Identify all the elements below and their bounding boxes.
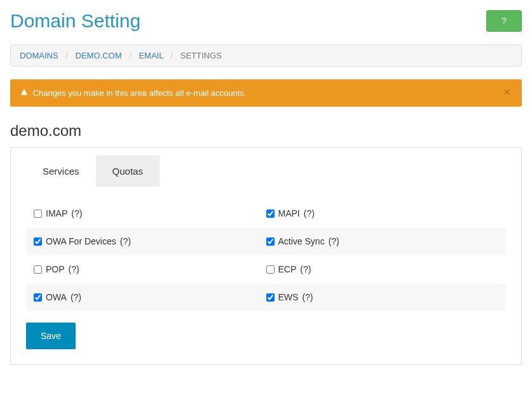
- tab-services[interactable]: Services: [26, 156, 96, 187]
- mapi-label: MAPI: [278, 208, 300, 218]
- service-ews[interactable]: EWS (?): [266, 292, 499, 302]
- help-button[interactable]: ?: [486, 10, 522, 32]
- breadcrumb-sep: /: [124, 51, 137, 60]
- service-imap[interactable]: IMAP (?): [34, 208, 266, 218]
- save-button[interactable]: Save: [26, 323, 76, 349]
- breadcrumb-sep: /: [166, 51, 179, 60]
- settings-panel: Services Quotas IMAP (?) MAPI (?) OWA Fo…: [10, 147, 522, 365]
- ews-label: EWS: [278, 292, 299, 302]
- ews-help[interactable]: (?): [302, 292, 313, 302]
- breadcrumb-domain[interactable]: DEMO.COM: [76, 51, 122, 60]
- ecp-label: ECP: [278, 264, 297, 274]
- table-row: OWA (?) EWS (?): [26, 283, 506, 311]
- breadcrumb-email[interactable]: EMAIL: [139, 51, 163, 60]
- pop-help[interactable]: (?): [69, 264, 79, 274]
- mapi-checkbox[interactable]: [266, 210, 275, 218]
- owa-devices-checkbox[interactable]: [34, 237, 42, 246]
- breadcrumb-domains[interactable]: DOMAINS: [20, 51, 58, 60]
- owa-label: OWA: [46, 292, 67, 302]
- alert-close-button[interactable]: ×: [500, 86, 514, 98]
- alert-text: Changes you make in this area affects al…: [33, 88, 247, 98]
- breadcrumb: DOMAINS / DEMO.COM / EMAIL / SETTINGS: [10, 44, 522, 67]
- domain-name-heading: demo.com: [10, 122, 522, 140]
- service-pop[interactable]: POP (?): [34, 264, 266, 274]
- pop-label: POP: [46, 264, 65, 274]
- breadcrumb-current: SETTINGS: [181, 51, 222, 60]
- owa-devices-help[interactable]: (?): [120, 236, 131, 246]
- activesync-help[interactable]: (?): [329, 236, 339, 246]
- owa-devices-label: OWA For Devices: [46, 236, 116, 246]
- service-activesync[interactable]: Active Sync (?): [266, 236, 499, 246]
- activesync-checkbox[interactable]: [266, 237, 275, 246]
- ecp-checkbox[interactable]: [266, 265, 275, 274]
- imap-checkbox[interactable]: [34, 210, 42, 218]
- table-row: IMAP (?) MAPI (?): [26, 199, 506, 227]
- close-icon: ×: [503, 86, 510, 98]
- ews-checkbox[interactable]: [266, 293, 275, 302]
- imap-label: IMAP: [46, 208, 67, 218]
- owa-help[interactable]: (?): [71, 292, 81, 302]
- activesync-label: Active Sync: [278, 236, 325, 246]
- alert-warning: Changes you make in this area affects al…: [10, 79, 522, 107]
- page-title: Domain Setting: [10, 10, 140, 32]
- tab-quotas[interactable]: Quotas: [96, 156, 160, 187]
- owa-checkbox[interactable]: [34, 293, 42, 302]
- tab-list: Services Quotas: [26, 156, 506, 187]
- mapi-help[interactable]: (?): [304, 208, 315, 218]
- service-mapi[interactable]: MAPI (?): [266, 208, 499, 218]
- service-ecp[interactable]: ECP (?): [266, 264, 499, 274]
- service-owa[interactable]: OWA (?): [34, 292, 266, 302]
- table-row: OWA For Devices (?) Active Sync (?): [26, 227, 506, 255]
- ecp-help[interactable]: (?): [300, 264, 311, 274]
- table-row: POP (?) ECP (?): [26, 255, 506, 283]
- breadcrumb-sep: /: [60, 51, 73, 60]
- warning-icon: [20, 88, 28, 98]
- service-owa-devices[interactable]: OWA For Devices (?): [34, 236, 266, 246]
- imap-help[interactable]: (?): [71, 208, 82, 218]
- pop-checkbox[interactable]: [34, 265, 42, 274]
- services-grid: IMAP (?) MAPI (?) OWA For Devices (?) Ac…: [26, 199, 506, 311]
